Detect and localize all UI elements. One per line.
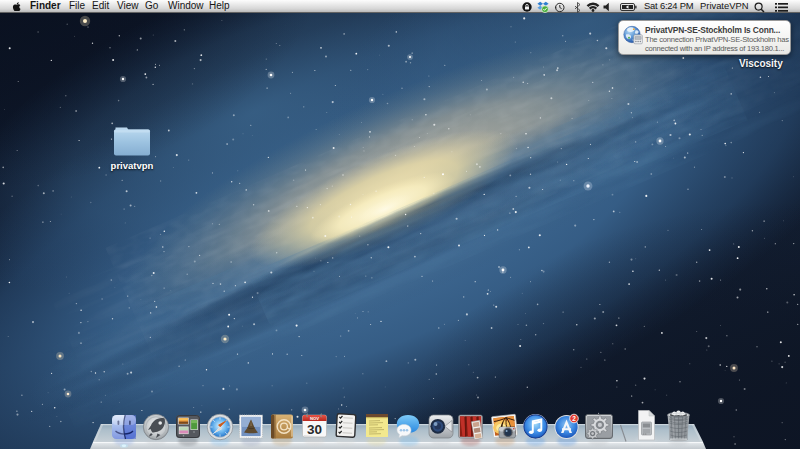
- svg-text:2: 2: [572, 415, 576, 422]
- svg-text:30: 30: [307, 422, 322, 437]
- svg-text:NOV: NOV: [310, 416, 319, 421]
